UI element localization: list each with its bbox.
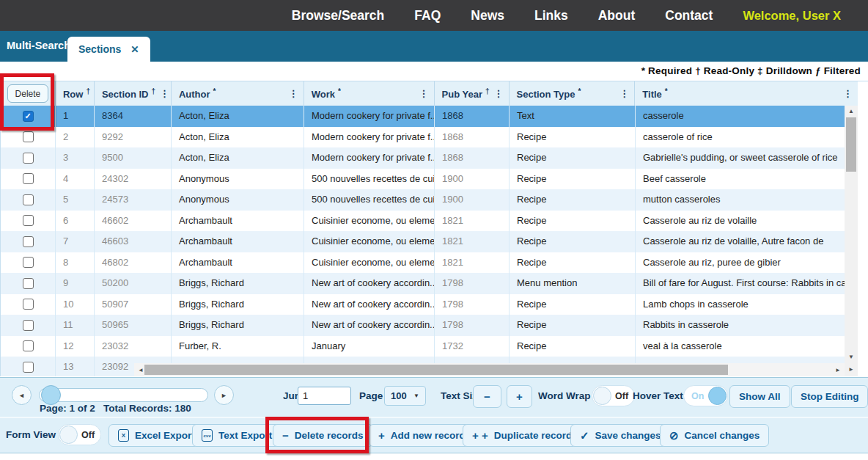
cell-title[interactable]: veal à la casserole (636, 336, 845, 357)
row-select-cell[interactable] (1, 273, 56, 294)
row-select-cell[interactable] (1, 231, 56, 252)
cell-title[interactable]: Rabbits in casserole (636, 315, 845, 336)
cancel-changes-button[interactable]: ⊘ Cancel changes (660, 424, 769, 447)
cell-title[interactable]: Casserole au riz de volaille (636, 211, 845, 232)
scroll-down-icon[interactable]: ▼ (845, 354, 858, 360)
cell-title[interactable]: Bill of fare for August. First course: R… (636, 273, 845, 294)
horizontal-scroll-thumb[interactable] (144, 365, 728, 375)
cell-work[interactable]: New art of cookery accordin... (304, 273, 435, 294)
cell-row-number[interactable]: 12 (56, 336, 95, 357)
table-row[interactable]: 846802ArchambaultCuisinier econome, ou e… (1, 252, 845, 274)
cell-title[interactable]: Lamb chops in casserole (636, 294, 845, 315)
table-row[interactable]: 524573Anonymous500 nouvelles recettes de… (1, 189, 845, 211)
cell-author[interactable]: Anonymous (172, 169, 304, 190)
stop-editing-button[interactable]: Stop Editing (791, 385, 868, 408)
form-view-toggle[interactable]: Off (58, 424, 101, 445)
cell-title[interactable]: Casserole au riz, puree de gibier (636, 252, 845, 274)
cell-pub-year[interactable]: 1798 (435, 315, 510, 336)
column-header-pub-year[interactable]: Pub Year† ⋮ (435, 81, 510, 106)
nav-contact[interactable]: Contact (665, 8, 713, 23)
scroll-up-icon[interactable]: ▲ (845, 108, 858, 114)
cell-row-number[interactable]: 2 (56, 127, 95, 148)
table-row[interactable]: 1050907Briggs, RichardNew art of cookery… (1, 294, 845, 315)
column-header-work[interactable]: Work* ⋮ (304, 81, 435, 106)
cell-author[interactable]: Acton, Eliza (172, 127, 304, 148)
cell-work[interactable]: Cuisinier econome, ou eleme... (304, 211, 435, 232)
nav-links[interactable]: Links (534, 8, 568, 23)
cell-row-number[interactable]: 9 (56, 273, 95, 294)
welcome-user[interactable]: Welcome, User X (743, 9, 841, 23)
cell-title[interactable]: mutton casseroles (636, 189, 845, 211)
show-all-button[interactable]: Show All (729, 385, 790, 408)
row-select-cell[interactable] (1, 211, 56, 232)
row-checkbox[interactable] (23, 215, 34, 226)
column-menu-icon[interactable]: ⋮ (839, 88, 853, 99)
cell-title[interactable]: casserole (636, 106, 845, 127)
tab-sections[interactable]: Sections ✕ (67, 37, 150, 62)
cell-section-id[interactable]: 23032 (95, 336, 172, 357)
horizontal-scrollbar[interactable]: ◄ ► (134, 363, 845, 376)
cell-section-id[interactable]: 24302 (95, 169, 172, 190)
page-size-select[interactable]: 100 ▼ (384, 386, 426, 406)
nav-about[interactable]: About (598, 8, 636, 23)
cell-section-id[interactable]: 50200 (95, 273, 172, 294)
cell-row-number[interactable]: 1 (56, 106, 95, 127)
cell-work[interactable]: Cuisinier econome, ou eleme... (304, 252, 435, 274)
vertical-scrollbar[interactable]: ▲ ▼ ► (845, 106, 858, 376)
vertical-scroll-thumb[interactable] (846, 117, 856, 172)
cell-work[interactable]: Cuisinier econome, ou eleme... (304, 231, 435, 252)
tab-multi-search[interactable]: Multi-Search (7, 40, 70, 51)
cell-row-number[interactable]: 8 (56, 252, 95, 274)
text-size-decrease-button[interactable]: − (473, 385, 501, 408)
column-header-row[interactable]: Row† (56, 81, 95, 106)
column-header-section-id[interactable]: Section ID† ⋮ (95, 81, 172, 106)
row-checkbox[interactable] (23, 236, 34, 247)
cell-section-type[interactable]: Recipe (510, 147, 636, 169)
delete-records-button[interactable]: − Delete records (273, 424, 373, 447)
column-menu-icon[interactable]: ⋮ (284, 88, 298, 99)
cell-author[interactable]: Furber, R. (172, 336, 304, 357)
row-select-cell[interactable] (1, 315, 56, 336)
cell-section-type[interactable]: Recipe (510, 294, 636, 315)
cell-section-id[interactable]: 46602 (95, 211, 172, 232)
cell-section-type[interactable]: Recipe (510, 231, 636, 252)
table-row[interactable]: 1223032Furber, R.January1732Recipeveal à… (1, 336, 845, 357)
table-row[interactable]: 950200Briggs, RichardNew art of cookery … (1, 273, 845, 294)
cell-title[interactable]: Beef casserole (636, 169, 845, 190)
text-size-increase-button[interactable]: + (507, 385, 532, 408)
row-checkbox[interactable] (23, 173, 34, 184)
cell-pub-year[interactable]: 1868 (435, 106, 510, 127)
cell-author[interactable]: Archambault (172, 231, 304, 252)
text-export-button[interactable]: csv Text Export (192, 424, 282, 447)
row-checkbox[interactable] (23, 153, 34, 164)
column-header-section-type[interactable]: Section Type* ⋮ (510, 81, 636, 106)
cell-section-type[interactable]: Menu mention (510, 273, 636, 294)
cell-section-id[interactable]: 8364 (95, 106, 172, 127)
row-select-cell[interactable] (1, 357, 56, 376)
page-slider-knob[interactable] (41, 385, 61, 405)
table-row[interactable]: ✓18364Acton, ElizaModern cookery for pri… (1, 106, 845, 127)
cell-pub-year[interactable]: 1900 (435, 189, 510, 211)
cell-work[interactable]: Modern cookery for private f... (304, 127, 435, 148)
cell-title[interactable]: Gabrielle's pudding, or sweet casserole … (636, 147, 845, 169)
delete-header-button[interactable]: Delete (7, 84, 49, 103)
cell-author[interactable]: Acton, Eliza (172, 147, 304, 169)
cell-pub-year[interactable]: 1868 (435, 147, 510, 169)
cell-section-id[interactable]: 9292 (95, 127, 172, 148)
cell-author[interactable]: Briggs, Richard (172, 315, 304, 336)
table-row[interactable]: 39500Acton, ElizaModern cookery for priv… (1, 147, 845, 169)
row-select-cell[interactable] (1, 189, 56, 211)
scroll-right-corner-icon[interactable]: ► (845, 366, 858, 373)
row-select-cell[interactable]: ✓ (1, 106, 56, 127)
cell-pub-year[interactable]: 1798 (435, 294, 510, 315)
cell-section-id[interactable]: 46802 (95, 252, 172, 274)
cell-pub-year[interactable]: 1798 (435, 273, 510, 294)
nav-news[interactable]: News (471, 8, 504, 23)
table-row[interactable]: 746603ArchambaultCuisinier econome, ou e… (1, 231, 845, 252)
table-row[interactable]: 1150965Briggs, RichardNew art of cookery… (1, 315, 845, 336)
jump-to-input[interactable] (298, 387, 351, 405)
cell-author[interactable]: Acton, Eliza (172, 106, 304, 127)
cell-author[interactable]: Archambault (172, 211, 304, 232)
cell-title[interactable]: Casserole au riz de volaille, Autre faco… (636, 231, 845, 252)
row-select-cell[interactable] (1, 127, 56, 148)
